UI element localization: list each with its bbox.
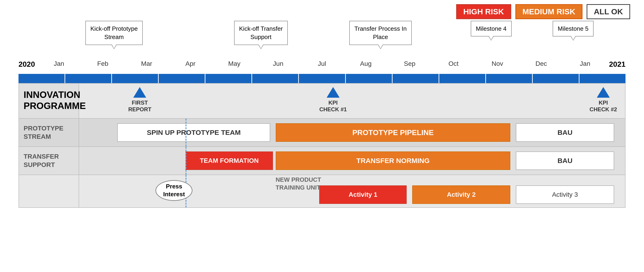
callout-5: Milestone 5 xyxy=(553,21,594,36)
callout-5-text: Milestone 5 xyxy=(558,25,588,32)
month-jun: Jun xyxy=(256,60,300,67)
activity1-bar: Activity 1 xyxy=(319,185,407,204)
dashed-line-prototype xyxy=(186,119,186,146)
press-interest-text: PressInterest xyxy=(163,183,185,198)
spin-up-label: SPIN UP PROTOTYPE TEAM xyxy=(147,129,241,136)
month-jul: Jul xyxy=(300,60,344,67)
prototype-pipeline-label: PROTOTYPE PIPELINE xyxy=(352,128,434,137)
transfer-norming-label: TRANSFER NORMING xyxy=(356,157,430,165)
month-dec: Dec xyxy=(519,60,563,67)
bau2-label: BAU xyxy=(558,157,572,165)
month-oct: Oct xyxy=(432,60,476,67)
legend-all-ok: ALL OK xyxy=(587,4,630,19)
month-apr: Apr xyxy=(169,60,212,67)
kpi-check1: KPICHECK #1 xyxy=(319,87,347,113)
programme-title-line2: PROGRAMME xyxy=(24,101,86,111)
callout-1: Kick-off PrototypeStream xyxy=(85,21,143,45)
prototype-stream-row: PROTOTYPESTREAM SPIN UP PROTOTYPE TEAM P… xyxy=(19,119,625,147)
callout-3: Transfer Process InPlace xyxy=(349,21,412,45)
legend-medium-risk: MEDIUM RISK xyxy=(516,4,583,19)
month-jan2: Jan xyxy=(563,60,607,67)
programme-header-label: INNOVATION PROGRAMME xyxy=(19,84,79,118)
bau2-bar: BAU xyxy=(516,151,614,170)
programme-title-line1: INNOVATION xyxy=(24,90,80,100)
training-unit-row: PressInterest NEW PRODUCTTRAINING UNIT A… xyxy=(19,175,625,207)
spin-up-prototype-bar: SPIN UP PROTOTYPE TEAM xyxy=(117,123,270,142)
month-sep: Sep xyxy=(388,60,432,67)
legend-high-risk: HIGH RISK xyxy=(456,4,511,19)
transfer-support-row: TRANSFERSUPPORT TEAM FORMATION TRANSFER … xyxy=(19,147,625,175)
team-formation-bar: TEAM FORMATION xyxy=(186,151,273,170)
prototype-stream-label: PROTOTYPESTREAM xyxy=(24,124,64,141)
all-ok-label: ALL OK xyxy=(594,7,623,16)
press-interest-ellipse: PressInterest xyxy=(156,180,192,201)
legend: HIGH RISK MEDIUM RISK ALL OK xyxy=(456,4,630,19)
prototype-pipeline-bar: PROTOTYPE PIPELINE xyxy=(276,123,510,142)
transfer-support-label: TRANSFERSUPPORT xyxy=(24,152,59,169)
callout-4-text: Milestone 4 xyxy=(476,25,506,32)
month-jan1: Jan xyxy=(37,60,81,67)
transfer-norming-bar: TRANSFER NORMING xyxy=(276,151,510,170)
medium-risk-label: MEDIUM RISK xyxy=(522,7,576,16)
callout-4: Milestone 4 xyxy=(471,21,512,36)
dashed-line-transfer xyxy=(186,147,186,175)
month-nov: Nov xyxy=(475,60,519,67)
month-mar: Mar xyxy=(125,60,169,67)
year-2020: 2020 xyxy=(18,60,35,69)
month-aug: Aug xyxy=(344,60,388,67)
timeline-bar xyxy=(18,74,626,83)
callout-2: Kick-off TransferSupport xyxy=(234,21,288,45)
team-formation-label: TEAM FORMATION xyxy=(200,157,259,164)
callout-1-text: Kick-off PrototypeStream xyxy=(90,25,138,40)
activity1-label: Activity 1 xyxy=(348,191,378,198)
activity3-label: Activity 3 xyxy=(552,191,578,198)
kpi-first-report: FIRSTREPORT xyxy=(128,87,151,113)
activity2-bar: Activity 2 xyxy=(412,185,510,204)
training-unit-label: NEW PRODUCTTRAINING UNIT xyxy=(276,176,321,192)
month-feb: Feb xyxy=(81,60,125,67)
bau1-label: BAU xyxy=(558,129,572,136)
activity2-label: Activity 2 xyxy=(447,191,476,198)
callout-3-text: Transfer Process InPlace xyxy=(354,25,407,40)
year-2021: 2021 xyxy=(609,60,626,69)
kpi-check2: KPICHECK #2 xyxy=(590,87,617,113)
high-risk-label: HIGH RISK xyxy=(463,7,504,16)
month-may: May xyxy=(212,60,256,67)
callout-2-text: Kick-off TransferSupport xyxy=(239,25,283,40)
bau1-bar: BAU xyxy=(516,123,614,142)
activity3-bar: Activity 3 xyxy=(516,185,614,204)
